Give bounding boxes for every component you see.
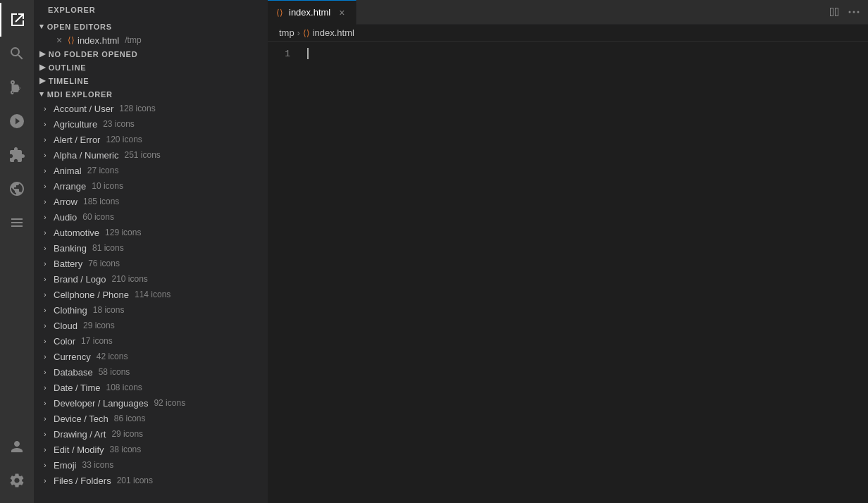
- tree-item-name: Agriculture: [54, 119, 97, 130]
- breadcrumb-file-label: index.html: [313, 27, 354, 38]
- activity-bar-source-control[interactable]: [0, 70, 34, 104]
- editor-item-index[interactable]: × ⟨⟩ index.html /tmp: [34, 33, 268, 47]
- section-mdi-explorer[interactable]: ▾ MDI EXPLORER: [34, 87, 268, 101]
- tree-item-name: Currency: [54, 352, 91, 362]
- tree-item-count: 108 icons: [106, 383, 142, 392]
- tree-item[interactable]: › Clothing 18 icons: [34, 302, 268, 318]
- tree-item-chevron: ›: [39, 291, 51, 299]
- more-actions-button[interactable]: [845, 4, 862, 20]
- tree-item-chevron: ›: [39, 151, 51, 159]
- tree-item[interactable]: › Database 58 icons: [34, 364, 268, 380]
- mdi-explorer-chevron: ▾: [39, 89, 44, 99]
- tree-item-name: Color: [54, 336, 75, 347]
- no-folder-label: NO FOLDER OPENED: [49, 50, 138, 58]
- tree-item-name: Arrow: [54, 197, 78, 207]
- tree-item[interactable]: › Device / Tech 86 icons: [34, 411, 268, 426]
- text-cursor: [307, 48, 309, 59]
- tree-item[interactable]: › Alert / Error 120 icons: [34, 132, 268, 147]
- breadcrumb-tmp-label: tmp: [279, 27, 294, 38]
- tree-item-chevron: ›: [39, 275, 51, 283]
- activity-bar-icon-pack[interactable]: [0, 206, 34, 240]
- tree-item[interactable]: › Cellphone / Phone 114 icons: [34, 287, 268, 302]
- activity-bar-account[interactable]: [0, 430, 34, 464]
- tree-item-count: 23 icons: [103, 119, 135, 129]
- tree-item[interactable]: › Color 17 icons: [34, 333, 268, 349]
- tree-item[interactable]: › Audio 60 icons: [34, 209, 268, 225]
- tree-item-count: 185 icons: [83, 197, 119, 206]
- tree-item-count: 10 icons: [92, 181, 123, 191]
- tree-item-chevron: ›: [39, 415, 51, 423]
- tree-item-name: Arrange: [54, 181, 86, 192]
- tree-item-count: 251 icons: [124, 150, 160, 160]
- close-editor-icon[interactable]: ×: [54, 35, 65, 46]
- tree-item-chevron: ›: [39, 167, 51, 175]
- tree-item[interactable]: › Animal 27 icons: [34, 163, 268, 178]
- activity-bar: [0, 0, 34, 503]
- activity-bar-extensions[interactable]: [0, 138, 34, 172]
- editor-file-path: /tmp: [125, 35, 141, 45]
- tree-item[interactable]: › Emoji 33 icons: [34, 457, 268, 473]
- section-timeline[interactable]: ▶ TIMELINE: [34, 74, 268, 87]
- tree-item[interactable]: › Account / User 128 icons: [34, 101, 268, 116]
- section-no-folder[interactable]: ▶ NO FOLDER OPENED: [34, 47, 268, 61]
- tree-item[interactable]: › Arrow 185 icons: [34, 194, 268, 209]
- tree-item[interactable]: › Drawing / Art 29 icons: [34, 426, 268, 442]
- activity-bar-run[interactable]: [0, 104, 34, 138]
- tree-item-count: 76 icons: [88, 259, 120, 268]
- tree-item-chevron: ›: [39, 120, 51, 128]
- activity-bar-search[interactable]: [0, 37, 34, 70]
- tree-item-chevron: ›: [39, 198, 51, 206]
- tree-item-count: 17 icons: [81, 336, 113, 346]
- tree-item[interactable]: › Currency 42 icons: [34, 349, 268, 364]
- section-open-editors[interactable]: ▾ OPEN EDITORS: [34, 20, 268, 33]
- tree-item[interactable]: › Date / Time 108 icons: [34, 380, 268, 395]
- tree-item-name: Developer / Languages: [54, 398, 148, 409]
- tree-item[interactable]: › Developer / Languages 92 icons: [34, 395, 268, 411]
- tree-item[interactable]: › Agriculture 23 icons: [34, 116, 268, 132]
- section-outline[interactable]: ▶ OUTLINE: [34, 61, 268, 74]
- tree-item[interactable]: › Alpha / Numeric 251 icons: [34, 147, 268, 163]
- tree-item-count: 27 icons: [87, 166, 119, 175]
- tree-item-name: Alpha / Numeric: [54, 150, 118, 161]
- activity-bar-remote-explorer[interactable]: [0, 172, 34, 206]
- tree-item[interactable]: › Battery 76 icons: [34, 256, 268, 271]
- tree-item-count: 33 icons: [82, 460, 114, 470]
- tree-item-chevron: ›: [39, 430, 51, 438]
- tree-item-count: 38 icons: [110, 445, 142, 454]
- tab-index-html[interactable]: ⟨⟩ index.html ×: [268, 0, 356, 25]
- tree-item-chevron: ›: [39, 461, 51, 469]
- tree-item-name: Database: [54, 367, 93, 378]
- activity-bar-explorer[interactable]: [0, 3, 34, 37]
- tree-item[interactable]: › Edit / Modify 38 icons: [34, 442, 268, 457]
- tree-item[interactable]: › Files / Folders 201 icons: [34, 473, 268, 488]
- breadcrumb-tmp[interactable]: tmp: [279, 27, 294, 38]
- tree-item[interactable]: › Banking 81 icons: [34, 240, 268, 256]
- tree-item[interactable]: › Cloud 29 icons: [34, 318, 268, 333]
- tree-item-name: Banking: [54, 243, 87, 254]
- tree-item[interactable]: › Automotive 129 icons: [34, 225, 268, 240]
- breadcrumb-index-html[interactable]: ⟨⟩ index.html: [303, 27, 354, 38]
- tree-item[interactable]: › Brand / Logo 210 icons: [34, 271, 268, 287]
- activity-bar-settings[interactable]: [0, 464, 34, 497]
- tree-item-count: 29 icons: [111, 429, 143, 439]
- tree-item-name: Edit / Modify: [54, 445, 104, 455]
- tree-item-count: 114 icons: [135, 290, 170, 299]
- breadcrumb-separator: ›: [297, 28, 300, 38]
- tree-item-count: 120 icons: [106, 135, 142, 144]
- tree-item[interactable]: › Arrange 10 icons: [34, 178, 268, 194]
- tree-item-chevron: ›: [39, 384, 51, 392]
- split-editor-button[interactable]: [826, 4, 843, 20]
- svg-point-0: [849, 11, 851, 13]
- tree-item-name: Date / Time: [54, 383, 100, 393]
- explorer-title: EXPLORER: [34, 0, 268, 20]
- tree-item-chevron: ›: [39, 213, 51, 221]
- tree-item-name: Animal: [54, 166, 82, 176]
- editor-content: 1: [268, 42, 868, 503]
- outline-chevron: ▶: [39, 63, 46, 72]
- tree-item-name: Clothing: [54, 305, 87, 316]
- editor-text-area[interactable]: [296, 42, 868, 503]
- tree-item-chevron: ›: [39, 477, 51, 485]
- svg-point-1: [853, 11, 855, 13]
- tree-item-chevron: ›: [39, 182, 51, 190]
- close-tab-icon[interactable]: ×: [336, 7, 347, 18]
